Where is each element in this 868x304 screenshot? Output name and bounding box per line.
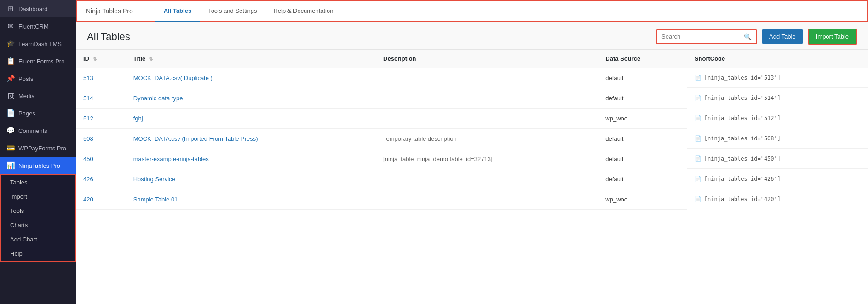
tab-tools-and-settings[interactable]: Tools and Settings <box>200 1 265 22</box>
row-id[interactable]: 420 <box>76 189 126 210</box>
row-description: Temporary table description <box>376 129 598 149</box>
shortcode-doc-icon: 📄 <box>695 95 701 101</box>
table-row: 512 fghj wp_woo 📄[ninja_tables id="512"] <box>76 109 868 129</box>
sort-icon: ⇅ <box>149 57 153 62</box>
row-title: Hosting Service <box>126 169 376 189</box>
col-description: Description <box>376 50 598 68</box>
sidebar: ⊞ Dashboard✉ FluentCRM🎓 LearnDash LMS📋 F… <box>0 0 76 304</box>
search-box: 🔍 <box>656 29 757 44</box>
sidebar-label: NinjaTables Pro <box>18 162 60 169</box>
row-id[interactable]: 512 <box>76 109 126 129</box>
table-container: ID ⇅Title ⇅DescriptionData SourceShortCo… <box>76 50 868 304</box>
row-description: [ninja_table_ninja_demo table_id=32713] <box>376 149 598 169</box>
sidebar-label: Dashboard <box>18 6 48 12</box>
table-header: ID ⇅Title ⇅DescriptionData SourceShortCo… <box>76 50 868 68</box>
shortcode-doc-icon: 📄 <box>695 135 701 142</box>
sidebar-item-learndash-lms[interactable]: 🎓 LearnDash LMS <box>0 35 76 52</box>
row-source: wp_woo <box>598 189 687 210</box>
col-data-source: Data Source <box>598 50 687 68</box>
row-id[interactable]: 514 <box>76 88 126 109</box>
sidebar-item-pages[interactable]: 📄 Pages <box>0 104 76 122</box>
row-title: MOCK_DATA.csv (Imported From Table Press… <box>126 129 376 149</box>
sidebar-label: Posts <box>18 75 34 82</box>
row-title: Dynamic data type <box>126 88 376 109</box>
row-id[interactable]: 508 <box>76 129 126 149</box>
col-id[interactable]: ID ⇅ <box>76 50 126 68</box>
row-shortcode: 📄[ninja_tables id="426"] <box>687 169 868 189</box>
row-description <box>376 68 598 88</box>
tables-list: ID ⇅Title ⇅DescriptionData SourceShortCo… <box>76 50 868 210</box>
import-table-button[interactable]: Import Table <box>808 29 857 45</box>
shortcode-doc-icon: 📄 <box>695 75 701 81</box>
sidebar-icon: ⊞ <box>6 5 15 13</box>
sidebar-label: Fluent Forms Pro <box>18 58 64 65</box>
search-input[interactable] <box>661 33 744 40</box>
tab-all-tables[interactable]: All Tables <box>155 1 200 22</box>
tab-bar: Ninja Tables Pro All TablesTools and Set… <box>76 0 868 22</box>
sidebar-item-ninjatables-pro[interactable]: 📊 NinjaTables Pro <box>0 157 76 174</box>
submenu: TablesImportToolsChartsAdd ChartHelp <box>0 174 76 262</box>
tab-help-&-documentation[interactable]: Help & Documentation <box>265 1 341 22</box>
table-row: 426 Hosting Service default 📄[ninja_tabl… <box>76 169 868 189</box>
sidebar-label: FluentCRM <box>18 23 49 30</box>
row-shortcode: 📄[ninja_tables id="420"] <box>687 189 868 209</box>
row-source: default <box>598 68 687 88</box>
sidebar-label: Comments <box>18 127 47 134</box>
row-id[interactable]: 450 <box>76 149 126 169</box>
sidebar-item-posts[interactable]: 📌 Posts <box>0 70 76 87</box>
shortcode-doc-icon: 📄 <box>695 196 701 202</box>
table-body: 513 MOCK_DATA.csv( Duplicate ) default 📄… <box>76 68 868 210</box>
sidebar-item-wppayforms-pro[interactable]: 💳 WPPayForms Pro <box>0 139 76 157</box>
page-header: All Tables 🔍 Add Table Import Table <box>76 22 868 50</box>
submenu-item-import[interactable]: Import <box>1 189 75 204</box>
table-row: 450 master-example-ninja-tables [ninja_t… <box>76 149 868 169</box>
row-shortcode: 📄[ninja_tables id="513"] <box>687 68 868 88</box>
main-content: Ninja Tables Pro All TablesTools and Set… <box>76 0 868 304</box>
sidebar-icon: 💬 <box>6 126 15 135</box>
table-row: 513 MOCK_DATA.csv( Duplicate ) default 📄… <box>76 68 868 88</box>
add-table-button[interactable]: Add Table <box>762 29 803 44</box>
submenu-item-tables[interactable]: Tables <box>1 175 75 189</box>
row-shortcode: 📄[ninja_tables id="508"] <box>687 129 868 149</box>
sidebar-icon: 📋 <box>6 57 15 65</box>
row-description <box>376 169 598 189</box>
col-title[interactable]: Title ⇅ <box>126 50 376 68</box>
submenu-item-charts[interactable]: Charts <box>1 218 75 232</box>
table-row: 420 Sample Table 01 wp_woo 📄[ninja_table… <box>76 189 868 210</box>
shortcode-doc-icon: 📄 <box>695 155 701 162</box>
sidebar-item-comments[interactable]: 💬 Comments <box>0 122 76 139</box>
page-title: All Tables <box>87 31 130 43</box>
shortcode-doc-icon: 📄 <box>695 115 701 121</box>
row-title: master-example-ninja-tables <box>126 149 376 169</box>
sidebar-label: Pages <box>18 110 35 117</box>
row-id[interactable]: 426 <box>76 169 126 189</box>
row-source: default <box>598 169 687 189</box>
row-id[interactable]: 513 <box>76 68 126 88</box>
sidebar-icon: 🖼 <box>6 92 15 100</box>
row-source: default <box>598 149 687 169</box>
row-title: Sample Table 01 <box>126 189 376 210</box>
row-description <box>376 88 598 109</box>
table-row: 514 Dynamic data type default 📄[ninja_ta… <box>76 88 868 109</box>
sidebar-icon: 📊 <box>6 161 15 170</box>
submenu-item-tools[interactable]: Tools <box>1 204 75 218</box>
shortcode-doc-icon: 📄 <box>695 176 701 182</box>
submenu-item-help[interactable]: Help <box>1 247 75 261</box>
row-title: MOCK_DATA.csv( Duplicate ) <box>126 68 376 88</box>
sidebar-label: Media <box>18 92 34 99</box>
row-shortcode: 📄[ninja_tables id="512"] <box>687 109 868 128</box>
row-description <box>376 189 598 210</box>
sidebar-icon: 📄 <box>6 109 15 117</box>
sidebar-item-media[interactable]: 🖼 Media <box>0 87 76 104</box>
row-source: default <box>598 88 687 109</box>
sort-icon: ⇅ <box>93 57 97 62</box>
sidebar-item-fluentcrm[interactable]: ✉ FluentCRM <box>0 17 76 35</box>
sidebar-item-fluent-forms-pro[interactable]: 📋 Fluent Forms Pro <box>0 52 76 70</box>
row-source: wp_woo <box>598 109 687 129</box>
col-shortcode: ShortCode <box>687 50 868 68</box>
submenu-item-add-chart[interactable]: Add Chart <box>1 232 75 247</box>
sidebar-item-dashboard[interactable]: ⊞ Dashboard <box>0 0 76 17</box>
row-title: fghj <box>126 109 376 129</box>
table-row: 508 MOCK_DATA.csv (Imported From Table P… <box>76 129 868 149</box>
search-icon: 🔍 <box>744 33 752 40</box>
